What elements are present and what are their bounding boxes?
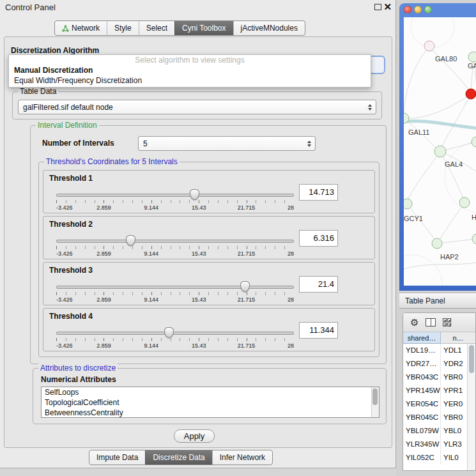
table-panel-title: Table Panel [405,296,445,305]
scrollbar-thumb[interactable] [372,388,378,405]
network-icon [62,25,69,32]
apply-button[interactable]: Apply [174,429,215,443]
slider-track[interactable] [56,332,294,335]
threshold-value-field[interactable]: 21.4 [299,276,338,293]
network-node[interactable] [472,137,476,147]
table-row[interactable]: YDR27…YDR2 [403,357,475,371]
float-window-icon[interactable] [374,4,381,10]
select-attributes-icon[interactable] [443,318,451,326]
table-data-combobox[interactable]: galFiltered.sif default node [18,100,376,114]
tab-select[interactable]: Select [139,21,174,35]
table-row[interactable]: YBL079WYBL0 [403,424,475,438]
dropdown-option-manual-discretization[interactable]: Manual Discretization [9,65,371,75]
zoom-traffic-light[interactable] [424,6,432,13]
network-node[interactable] [468,52,476,62]
discretization-algorithm-group-label: Discretization Algorithm [11,46,99,55]
list-scrollbar[interactable] [371,387,379,417]
threshold-value-field[interactable]: 6.316 [299,230,338,247]
cyni-bottom-tabbar: Impute Data Discretize Data Infer Networ… [89,450,273,465]
table-scrollbar[interactable] [467,344,475,470]
tab-label: Select [146,24,167,33]
attributes-group-label: Attributes to discretize [38,364,118,372]
slider-thumb[interactable] [240,281,250,292]
cell: YDL19… [403,344,441,357]
node-label: HAP2 [440,253,459,261]
scale-label: 28 [288,204,294,211]
scale-label: 28 [288,250,294,257]
table-data-value: galFiltered.sif default node [23,103,113,112]
list-item[interactable]: BetweennessCentrality [42,408,379,418]
cell: YBR045C [403,411,441,424]
scale-label: 9.144 [144,204,159,211]
tab-jactivemnodules[interactable]: jActiveMNodules [233,21,305,35]
slider-track[interactable] [56,240,294,243]
tab-label: jActiveMNodules [241,24,298,33]
network-view-window: GAL80 GA GAL11 GAL4 GCY1 HAP2 H [399,3,476,291]
scale-label: 2.859 [96,296,111,303]
node-label: GAL80 [435,55,457,63]
slider-track[interactable] [56,286,294,289]
slider-scale: -3.426 2.859 9.144 15.43 21.715 28 [56,250,294,257]
scrollbar-thumb[interactable] [469,345,474,373]
network-node[interactable] [424,41,434,51]
threshold-label: Threshold 4 [49,312,93,321]
network-canvas[interactable]: GAL80 GA GAL11 GAL4 GCY1 HAP2 H [404,17,476,286]
tab-label: Network [72,24,100,33]
column-manager-icon[interactable] [426,318,436,326]
table-row[interactable]: YIL052CYIL0 [403,451,475,464]
table-row[interactable]: YPR145WYPR1 [403,384,475,397]
numerical-attributes-label: Numerical Attributes [41,375,116,384]
interval-definition-group-label: Interval Definition [36,121,99,130]
table-data-group: Table Data galFiltered.sif default node [12,91,382,119]
network-node[interactable] [434,146,446,157]
network-node[interactable] [459,197,470,208]
slider-ticks [56,200,294,203]
tab-impute-data[interactable]: Impute Data [89,450,145,464]
slider-thumb[interactable] [126,235,135,246]
node-labels: GAL80 GA GAL11 GAL4 GCY1 HAP2 H [404,55,476,261]
attributes-group: Attributes to discretize Numerical Attri… [33,368,387,424]
tab-style[interactable]: Style [107,21,139,35]
tab-infer-network[interactable]: Infer Network [212,450,272,464]
column-header-shared-name[interactable]: shared… [403,332,441,344]
threshold-slider: -3.426 2.859 9.144 15.43 21.715 28 [56,280,294,303]
network-node[interactable] [472,234,476,244]
table-row[interactable]: YBR045CYBR0 [403,411,475,424]
network-node[interactable] [404,199,412,209]
table-row[interactable]: YLR345WYLR3 [403,438,475,451]
column-header-name[interactable]: n… [441,332,475,344]
threshold-label: Threshold 3 [49,266,93,275]
dropdown-option-equal-width-frequency[interactable]: Equal Width/Frequency Discretization [9,75,371,86]
close-traffic-light[interactable] [404,6,411,13]
close-icon[interactable]: ✕ [383,1,392,13]
slider-thumb[interactable] [164,327,174,338]
tab-discretize-data[interactable]: Discretize Data [145,450,211,464]
tab-cyni-toolbox[interactable]: Cyni Toolbox [174,21,233,35]
list-item[interactable]: TopologicalCoefficient [42,397,379,408]
thresholds-group-label: Threshold's Coordinates for 5 Intervals [44,157,180,166]
number-of-intervals-combobox[interactable]: 5 [138,136,316,151]
selected-node[interactable] [466,89,476,99]
control-panel-title: Control Panel [5,3,56,12]
cell: YIL052C [403,451,441,464]
threshold-value-field[interactable]: 14.713 [299,184,338,201]
slider-track[interactable] [56,194,294,197]
table-row[interactable]: YDL19…YDL1 [403,344,475,357]
tab-network[interactable]: Network [55,21,107,35]
cell: YER054C [403,397,441,411]
network-node[interactable] [432,238,442,249]
slider-scale: -3.426 2.859 9.144 15.43 21.715 28 [56,204,294,211]
threshold-value-field[interactable]: 11.344 [299,322,338,339]
slider-scale: -3.426 2.859 9.144 15.43 21.715 28 [56,342,294,349]
node-label: GCY1 [404,215,423,222]
control-panel-titlebar: Control Panel ✕ [0,0,395,14]
combo-stepper-icon [368,104,372,111]
list-item[interactable]: SelfLoops [42,387,379,397]
gear-icon[interactable]: ⚙ [410,318,418,327]
minimize-traffic-light[interactable] [414,6,422,13]
slider-thumb[interactable] [190,189,199,200]
scale-label: 15.43 [192,342,206,349]
table-row[interactable]: YER054CYER0 [403,397,475,411]
node-label: H [472,213,476,221]
table-row[interactable]: YBR043CYBR0 [403,371,475,384]
